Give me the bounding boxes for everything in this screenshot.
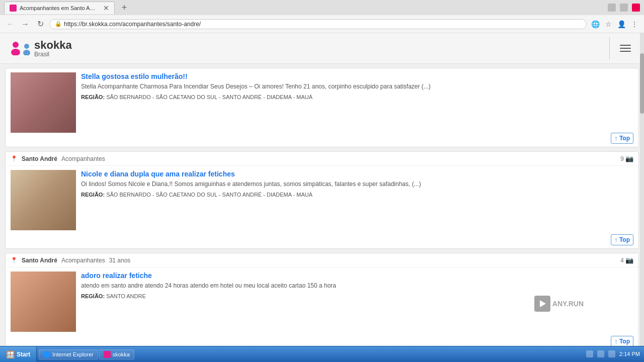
taskbar-time: 2:14 PM	[619, 350, 640, 357]
listing-3-region-value: SANTO ANDRE	[106, 293, 146, 299]
listing-card-3: 📍 Santo André Acompanhantes 31 anos 4 📷 …	[5, 253, 639, 350]
tab-label: Acompanhantes em Santo André e ...	[20, 5, 98, 11]
listing-2-body: Nicole e diana dupla que ama realizar fe…	[6, 166, 638, 234]
listing-2-header: 📍 Santo André Acompanhantes 9 📷	[6, 152, 638, 166]
listing-2-top-badge[interactable]: ↑ Top	[611, 234, 633, 245]
address-bar[interactable]: 🔒 https://br.skokka.com/acompanhantes/sa…	[49, 19, 587, 29]
listing-3-header: 📍 Santo André Acompanhantes 31 anos 4 📷	[6, 253, 638, 267]
listing-2-region-label: REGIÃO:	[81, 192, 105, 198]
maximize-button[interactable]	[620, 4, 628, 12]
hamburger-line-3	[620, 51, 631, 52]
minimize-button[interactable]	[608, 4, 616, 12]
header-right	[609, 37, 634, 59]
profile-button[interactable]: 👤	[616, 19, 627, 30]
listing-1-body: Stella gostosa estilo mulherão!! Stella …	[6, 68, 638, 133]
listing-1-info: Stella gostosa estilo mulherão!! Stella …	[81, 72, 633, 133]
listing-2-top-label: Top	[619, 236, 630, 243]
taskbar-sys-icon-3	[608, 350, 615, 357]
taskbar-skokka-label: skokka	[113, 351, 130, 357]
listing-1-top-label: Top	[619, 135, 630, 142]
logo-text: skokka	[34, 39, 72, 52]
listing-3-photo-count: 4 📷	[620, 256, 633, 264]
translate-button[interactable]: 🌐	[590, 19, 601, 30]
listing-3-top-label: Top	[619, 338, 630, 345]
scroll-track	[640, 33, 644, 362]
listing-2-info: Nicole e diana dupla que ama realizar fe…	[81, 170, 633, 230]
lock-icon: 🔒	[55, 21, 62, 27]
listing-1-thumbnail[interactable]	[11, 72, 76, 133]
taskbar-sys-icon-2	[597, 350, 604, 357]
taskbar-item-ie[interactable]: Internet Explorer	[39, 349, 98, 359]
listing-2-category: Acompanhantes	[61, 155, 105, 162]
logo-icons	[10, 41, 31, 55]
listing-2-title[interactable]: Nicole e diana dupla que ama realizar fe…	[81, 170, 633, 178]
svg-point-2	[24, 44, 29, 49]
listing-2-pin-icon: 📍	[11, 155, 18, 162]
listing-3-region-label: REGIÃO:	[81, 293, 105, 299]
window-controls	[608, 4, 640, 12]
taskbar-sys-icon-1	[586, 350, 593, 357]
svg-point-0	[13, 42, 19, 48]
title-bar: Acompanhantes em Santo André e ... ✕ +	[0, 0, 644, 15]
new-tab-button[interactable]: +	[118, 1, 131, 14]
nav-bar: ← → ↻ 🔒 https://br.skokka.com/acompanhan…	[0, 15, 644, 33]
country-label: Brasil	[34, 51, 72, 58]
listing-3-title[interactable]: adoro realizar fetiche	[81, 272, 633, 280]
start-button[interactable]: 🪟 Start	[0, 346, 37, 362]
taskbar-ie-icon	[43, 351, 50, 358]
listing-2-photo-count: 9 📷	[620, 155, 633, 162]
back-button[interactable]: ←	[4, 18, 16, 30]
listing-2-desc: Oi lindos! Somos Nicole e Diana,!! Somos…	[81, 180, 633, 189]
forward-button[interactable]: →	[19, 18, 31, 30]
listing-3-top-badge[interactable]: ↑ Top	[611, 336, 633, 347]
menu-button[interactable]: ⋮	[629, 19, 640, 30]
tab-close-button[interactable]: ✕	[103, 4, 109, 12]
listing-1-title[interactable]: Stella gostosa estilo mulherão!!	[81, 72, 633, 80]
scroll-thumb[interactable]	[640, 53, 644, 114]
taskbar-item-skokka[interactable]: skokka	[99, 349, 134, 359]
listing-3-top-arrow-icon: ↑	[614, 337, 618, 345]
header-divider	[609, 37, 610, 59]
reload-button[interactable]: ↻	[34, 18, 46, 30]
listing-1-region-label: REGIÃO:	[81, 94, 105, 100]
url-text: https://br.skokka.com/acompanhantes/sant…	[64, 21, 581, 28]
site-logo: skokka Brasil	[10, 39, 72, 58]
listing-3-photo-number: 4	[620, 257, 624, 264]
nav-actions: 🌐 ☆ 👤 ⋮	[590, 19, 640, 30]
logo-person-icon-1	[10, 41, 21, 55]
listing-3-region: REGIÃO: SANTO ANDRE	[81, 293, 633, 299]
listing-2-camera-icon: 📷	[625, 155, 633, 162]
close-button[interactable]	[632, 4, 640, 12]
taskbar-right: 2:14 PM	[582, 350, 644, 357]
listing-3-body: adoro realizar fetiche atendo em santo a…	[6, 267, 638, 336]
hamburger-line-2	[620, 48, 631, 49]
listing-3-desc: atendo em santo andre atendo 24 horas at…	[81, 282, 633, 290]
hamburger-menu[interactable]	[617, 42, 634, 55]
listing-1-region: REGIÃO: SÃO BERNARDO - SÃO CAETANO DO SU…	[81, 94, 633, 100]
listing-1-top-arrow-icon: ↑	[614, 134, 618, 142]
logo-person-icon-2	[22, 43, 31, 55]
bookmark-button[interactable]: ☆	[603, 19, 614, 30]
listing-2-photo-number: 9	[620, 155, 624, 162]
active-tab[interactable]: Acompanhantes em Santo André e ... ✕	[4, 2, 115, 14]
listing-2-thumbnail[interactable]	[11, 170, 76, 230]
listing-2-footer: ↑ Top	[6, 234, 638, 248]
listing-3-pin-icon: 📍	[11, 257, 18, 263]
taskbar-skokka-icon	[104, 351, 111, 358]
listing-3-age: 31 anos	[109, 257, 131, 264]
svg-point-1	[11, 49, 20, 55]
tab-favicon	[10, 5, 17, 12]
listing-2-region-value: SÃO BERNARDO - SÃO CAETANO DO SUL - SANT…	[106, 192, 312, 198]
taskbar-items: Internet Explorer skokka	[37, 349, 582, 359]
listing-3-camera-icon: 📷	[625, 256, 633, 264]
listing-2-region: REGIÃO: SÃO BERNARDO - SÃO CAETANO DO SU…	[81, 192, 633, 198]
listing-3-info: adoro realizar fetiche atendo em santo a…	[81, 272, 633, 332]
tab-bar: Acompanhantes em Santo André e ... ✕ +	[4, 1, 131, 14]
hamburger-line-1	[620, 45, 631, 46]
listing-3-thumbnail[interactable]	[11, 272, 76, 332]
listing-1-top-badge[interactable]: ↑ Top	[611, 133, 633, 144]
listing-card-2: 📍 Santo André Acompanhantes 9 📷 Nicole e…	[5, 151, 639, 249]
listing-1-desc: Stella Acompanhante Charmosa Para Incend…	[81, 82, 633, 91]
site-header: skokka Brasil	[0, 33, 644, 64]
page-content: skokka Brasil Stella gostosa estilo mulh…	[0, 33, 644, 362]
